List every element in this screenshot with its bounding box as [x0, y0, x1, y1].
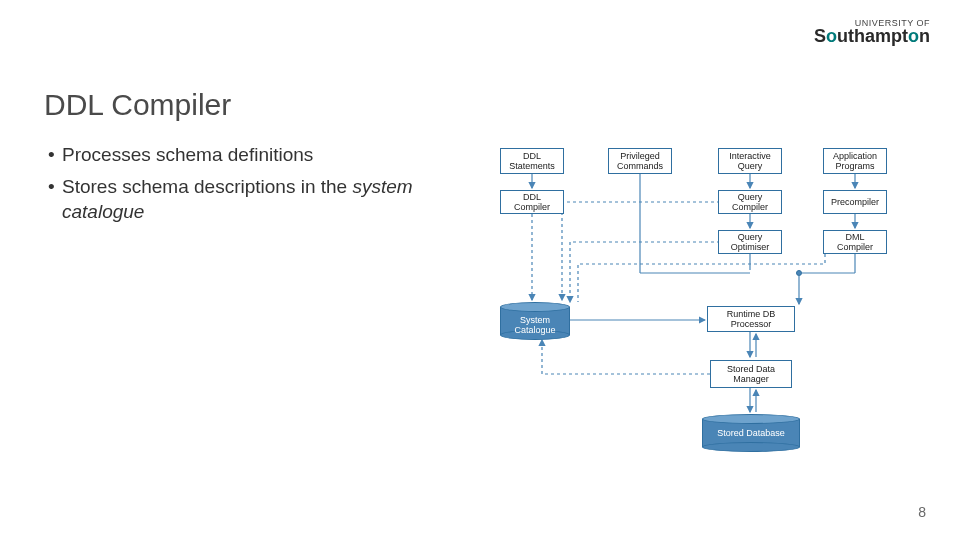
architecture-diagram: DDL Statements Privileged Commands Inter… [480, 144, 940, 504]
cylinder-system-catalogue: System Catalogue [500, 302, 570, 340]
merge-node [796, 270, 802, 276]
box-precompiler: Precompiler [823, 190, 887, 214]
box-dml-compiler: DML Compiler [823, 230, 887, 254]
university-logo: UNIVERSITY OF Southampton [814, 18, 930, 47]
box-ddl-statements: DDL Statements [500, 148, 564, 174]
box-query-compiler: Query Compiler [718, 190, 782, 214]
bullet-list: Processes schema definitions Stores sche… [48, 142, 448, 231]
bullet-item: Processes schema definitions [48, 142, 448, 168]
box-query-optimiser: Query Optimiser [718, 230, 782, 254]
logo-title: Southampton [814, 26, 930, 47]
box-privileged-commands: Privileged Commands [608, 148, 672, 174]
box-ddl-compiler: DDL Compiler [500, 190, 564, 214]
slide-title: DDL Compiler [44, 88, 231, 122]
cylinder-label: Stored Database [702, 428, 800, 438]
cylinder-stored-database: Stored Database [702, 414, 800, 452]
box-application-programs: Application Programs [823, 148, 887, 174]
box-runtime-db-processor: Runtime DB Processor [707, 306, 795, 332]
page-number: 8 [918, 504, 926, 520]
cylinder-label: System Catalogue [500, 315, 570, 335]
box-interactive-query: Interactive Query [718, 148, 782, 174]
box-stored-data-manager: Stored Data Manager [710, 360, 792, 388]
bullet-item: Stores schema descriptions in the system… [48, 174, 448, 225]
